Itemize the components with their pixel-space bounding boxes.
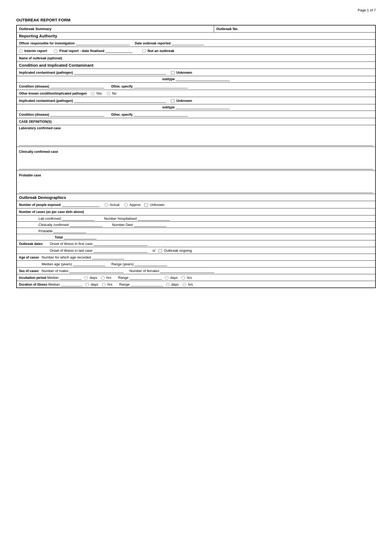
clinically-cases-field[interactable] xyxy=(70,222,102,227)
exposed-label: Number of people exposed xyxy=(19,203,61,207)
date-field[interactable] xyxy=(171,41,204,45)
clinically-cases-label: Clinically confirmed xyxy=(38,223,69,227)
exposed-field[interactable] xyxy=(62,202,100,207)
range-years-field[interactable] xyxy=(135,262,167,266)
outbreak-ongoing-label: Outbreak ongoing xyxy=(164,249,192,253)
duration-range-days-radio[interactable] xyxy=(166,283,170,286)
actual-radio[interactable] xyxy=(105,203,108,207)
incubation-row: Incubation period Median days hrs Range … xyxy=(17,274,375,281)
onset-last-field[interactable] xyxy=(93,248,148,253)
main-form-table: Outbreak Summary Outbreak No. Reporting … xyxy=(16,25,376,288)
lab-confirmed-cases-field[interactable] xyxy=(62,216,94,221)
incubation-median-field[interactable] xyxy=(60,275,82,280)
probable-cases-row: Probable xyxy=(17,228,375,234)
unknown-exposed-checkbox[interactable] xyxy=(144,203,148,207)
report-type-row: Interim report Final report - date final… xyxy=(17,47,375,55)
other-known-row: Other known condition/implicated pathoge… xyxy=(17,90,375,97)
num-hospitalised-label: Number Hospitalised xyxy=(104,217,137,221)
incubation-hrs-label: hrs xyxy=(106,276,111,280)
sex-cases-row: Sex of cases Number of males Number of f… xyxy=(17,267,375,274)
clinically-cases-row: Clinically confirmed Number Died xyxy=(17,222,375,228)
officer-date-row: Officer responsible for investigation Da… xyxy=(17,40,375,47)
duration-range-days-label: days xyxy=(171,282,179,286)
incubation-range-days-radio[interactable] xyxy=(165,276,169,280)
duration-row: Duration of illness Median days hrs Rang… xyxy=(17,281,375,288)
median-age-label: Median age (years) xyxy=(42,262,72,266)
form-title: OUTBREAK REPORT FORM xyxy=(16,18,376,22)
duration-range-hrs-radio[interactable] xyxy=(183,283,186,286)
duration-median-label: Median xyxy=(48,282,60,286)
incubation-range-days-label: days xyxy=(170,276,177,280)
median-age-field[interactable] xyxy=(73,262,105,266)
probable-cases-label: Probable xyxy=(38,229,53,233)
demographics-header: Outbreak Demographics xyxy=(17,194,375,201)
condition2-label: Condition (disease) xyxy=(19,113,49,117)
incubation-days-radio[interactable] xyxy=(84,276,88,280)
median-age-row: Median age (years) Range (years) xyxy=(17,261,375,267)
approx-label: Approx xyxy=(129,203,141,207)
not-outbreak-label: Not an outbreak xyxy=(148,49,174,53)
incubation-range-field[interactable] xyxy=(129,275,162,280)
probable-cases-field[interactable] xyxy=(54,229,86,233)
reporting-authority-header: Reporting Authority xyxy=(17,33,375,40)
final-label: Final report - date finalised xyxy=(59,49,104,53)
onset-last-row: Onset of illness in last case or Outbrea… xyxy=(17,247,375,254)
onset-first-row: Outbreak dates Onset of illness in first… xyxy=(17,240,375,247)
incubation-label: Incubation period xyxy=(19,276,46,280)
unknown1-checkbox[interactable] xyxy=(171,71,174,75)
no-radio[interactable] xyxy=(107,92,110,95)
total-field[interactable] xyxy=(64,235,96,239)
incubation-median-label: Median xyxy=(47,276,59,280)
other-specify2-label: Other, specify xyxy=(111,113,132,117)
unknown-exposed-label: Unknown xyxy=(150,203,164,207)
incubation-range-hrs-radio[interactable] xyxy=(182,276,185,280)
subtype1-field[interactable] xyxy=(176,77,230,81)
condition1-field[interactable] xyxy=(50,84,104,88)
date-label: Date outbreak reported xyxy=(135,41,171,45)
onset-first-field[interactable] xyxy=(93,241,148,246)
other-specify1-field[interactable] xyxy=(134,84,188,88)
num-males-field[interactable] xyxy=(69,269,124,273)
duration-label: Duration of illness xyxy=(19,283,47,286)
outbreak-ongoing-checkbox[interactable] xyxy=(158,249,162,253)
age-of-cases-label: Age of cases xyxy=(19,256,41,259)
num-age-field[interactable] xyxy=(92,255,124,259)
yes-radio[interactable] xyxy=(91,92,94,95)
interim-radio[interactable] xyxy=(19,49,22,53)
sex-cases-label: Sex of cases xyxy=(19,269,41,273)
incubation-hrs-radio[interactable] xyxy=(101,276,105,280)
onset-first-label: Onset of illness in first case xyxy=(50,242,93,246)
implicated1-field[interactable] xyxy=(74,70,166,75)
subtype2-field[interactable] xyxy=(176,105,230,109)
total-label: Total xyxy=(38,235,63,239)
name-outbreak-label: Name of outbreak (optional) xyxy=(19,56,62,60)
final-date-field[interactable] xyxy=(105,49,132,53)
interim-label: Interim report xyxy=(24,49,47,53)
num-females-field[interactable] xyxy=(160,269,214,273)
num-hospitalised-field[interactable] xyxy=(138,216,170,221)
total-row: Total xyxy=(17,234,375,240)
duration-median-field[interactable] xyxy=(61,282,83,286)
incubation-range-hrs-label: hrs xyxy=(187,276,192,280)
num-age-label: Number for which age recorded xyxy=(42,255,91,259)
officer-field[interactable] xyxy=(76,41,130,45)
probable-case-field[interactable] xyxy=(19,182,373,193)
lab-confirmed-field[interactable] xyxy=(19,135,373,146)
unknown2-checkbox[interactable] xyxy=(171,99,174,103)
clinically-confirmed-field[interactable] xyxy=(19,159,373,169)
duration-hrs-radio[interactable] xyxy=(102,283,106,286)
condition2-field[interactable] xyxy=(50,112,104,117)
unknown1-label: Unknown xyxy=(176,70,192,75)
lab-confirmed-row: Laboratory confirmed case xyxy=(17,125,375,147)
subtype1-row: subtype xyxy=(17,76,375,83)
not-outbreak-radio[interactable] xyxy=(142,49,146,53)
implicated2-field[interactable] xyxy=(74,98,166,103)
num-died-field[interactable] xyxy=(134,222,166,227)
implicated2-label: Implicated contaminant (pathogen) xyxy=(19,99,73,103)
duration-days-radio[interactable] xyxy=(85,283,89,286)
duration-range-field[interactable] xyxy=(131,282,163,286)
other-specify2-field[interactable] xyxy=(134,112,188,117)
outbreak-no-label: Outbreak No. xyxy=(216,27,238,31)
final-radio[interactable] xyxy=(54,49,57,53)
approx-radio[interactable] xyxy=(124,203,128,207)
